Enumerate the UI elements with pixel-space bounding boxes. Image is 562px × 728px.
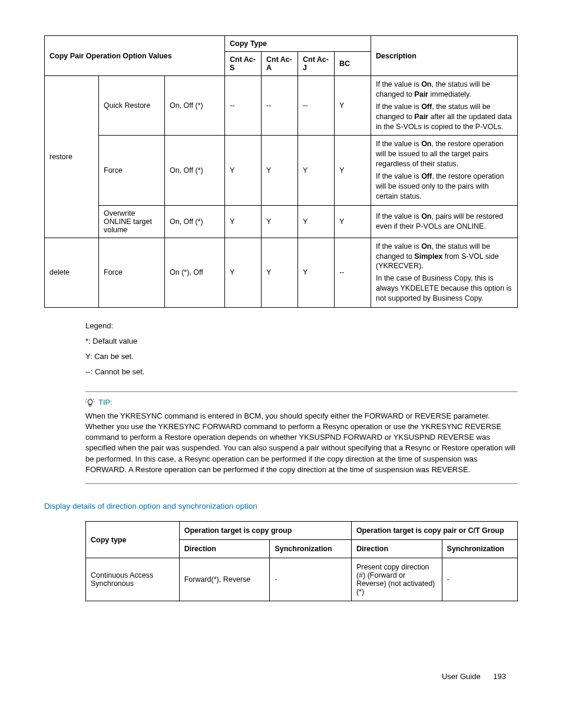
- cell-aca: --: [262, 76, 298, 136]
- legend-line: --: Cannot be set.: [85, 364, 518, 380]
- header-cnt-acj: Cnt Ac-J: [298, 52, 335, 76]
- cell-acs: Y: [225, 136, 262, 205]
- table-row: restore Quick Restore On, Off (*) -- -- …: [45, 76, 518, 136]
- header-sync: Synchronization: [442, 540, 517, 558]
- cell-acj: Y: [298, 205, 335, 238]
- cell-description: If the value is On, the restore operatio…: [371, 136, 518, 205]
- header-sync: Synchronization: [270, 540, 352, 558]
- header-option-values: Copy Pair Operation Option Values: [45, 36, 225, 76]
- footer-label: User Guide: [442, 672, 481, 681]
- direction-sync-table: Copy type Operation target is copy group…: [85, 521, 518, 601]
- cell-acs: Y: [225, 238, 262, 307]
- header-cnt-acs: Cnt Ac-S: [225, 52, 262, 76]
- cell-values: On (*), Off: [165, 238, 225, 307]
- cell-acs: --: [225, 76, 262, 136]
- cell-suboption: Force: [99, 238, 165, 307]
- cell-bc: Y: [335, 76, 371, 136]
- cell-values: On, Off (*): [165, 205, 225, 238]
- cell-aca: Y: [262, 136, 298, 205]
- cell-description: If the value is On, the status will be c…: [371, 76, 518, 136]
- header-copy-type: Copy type: [86, 522, 180, 558]
- cell-operation: delete: [45, 238, 99, 307]
- cell-description: If the value is On, pairs will be restor…: [371, 205, 518, 238]
- tip-header: TIP:: [85, 398, 518, 407]
- header-pair-target: Operation target is copy pair or C/T Gro…: [351, 522, 517, 540]
- cell-group-direction: Forward(*), Reverse: [179, 558, 270, 601]
- header-direction: Direction: [179, 540, 270, 558]
- cell-pair-direction: Present copy direction (#) (Forward or R…: [351, 558, 442, 601]
- table-row: delete Force On (*), Off Y Y Y -- If the…: [45, 238, 518, 307]
- header-direction: Direction: [351, 540, 442, 558]
- cell-bc: Y: [335, 205, 371, 238]
- legend-title: Legend:: [85, 318, 518, 334]
- cell-aca: Y: [262, 205, 298, 238]
- header-group-target: Operation target is copy group: [179, 522, 351, 540]
- table-row: Force On, Off (*) Y Y Y Y If the value i…: [45, 136, 518, 205]
- page-number: 193: [493, 672, 506, 681]
- lightbulb-icon: [85, 398, 95, 407]
- cell-bc: --: [335, 238, 371, 307]
- cell-suboption: Overwrite ONLINE target volume: [99, 205, 165, 238]
- legend-block: Legend: *: Default value Y: Can be set. …: [85, 318, 518, 380]
- cell-operation: restore: [45, 76, 99, 238]
- cell-acj: --: [298, 76, 335, 136]
- tip-callout: TIP: When the YKRESYNC command is entere…: [85, 391, 518, 484]
- cell-pair-sync: -: [442, 558, 517, 601]
- cell-values: On, Off (*): [165, 136, 225, 205]
- tip-label: TIP:: [98, 398, 113, 407]
- header-description: Description: [371, 36, 518, 76]
- copy-pair-operation-table: Copy Pair Operation Option Values Copy T…: [44, 35, 518, 308]
- cell-group-sync: -: [270, 558, 352, 601]
- header-cnt-aca: Cnt Ac-A: [262, 52, 298, 76]
- header-bc: BC: [335, 52, 371, 76]
- cell-suboption: Quick Restore: [99, 76, 165, 136]
- cell-values: On, Off (*): [165, 76, 225, 136]
- tip-body: When the YKRESYNC command is entered in …: [85, 411, 518, 475]
- cell-bc: Y: [335, 136, 371, 205]
- page-footer: User Guide 193: [442, 672, 506, 681]
- header-copy-type: Copy Type: [225, 36, 371, 52]
- cell-acj: Y: [298, 238, 335, 307]
- cell-aca: Y: [262, 238, 298, 307]
- cell-acj: Y: [298, 136, 335, 205]
- cell-copytype: Continuous Access Synchronous: [86, 558, 180, 601]
- cell-acs: Y: [225, 205, 262, 238]
- legend-line: *: Default value: [85, 334, 518, 349]
- table-row: Overwrite ONLINE target volume On, Off (…: [45, 205, 518, 238]
- table-row: Continuous Access Synchronous Forward(*)…: [86, 558, 518, 601]
- section-heading: Display details of direction option and …: [44, 502, 518, 510]
- cell-description: If the value is On, the status will be c…: [371, 238, 518, 307]
- legend-line: Y: Can be set.: [85, 349, 518, 364]
- cell-suboption: Force: [99, 136, 165, 205]
